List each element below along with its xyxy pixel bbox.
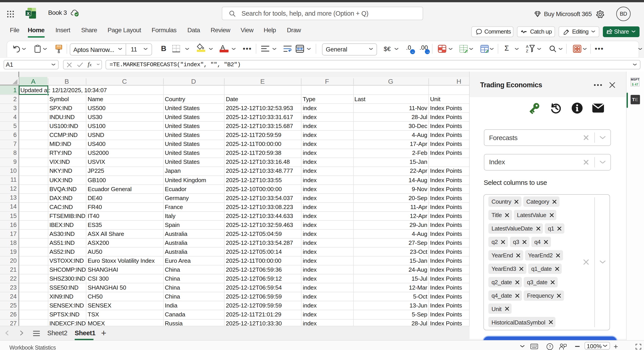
svg-text:?: ? xyxy=(548,345,551,349)
svg-text:Z: Z xyxy=(526,49,528,53)
svg-text:X: X xyxy=(26,11,30,16)
svg-text:A: A xyxy=(526,45,528,49)
